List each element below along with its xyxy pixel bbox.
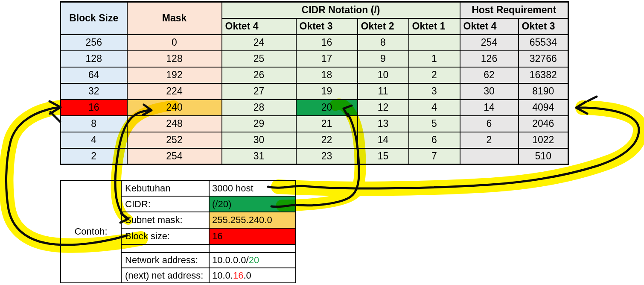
cell: 30	[222, 132, 296, 148]
cell: 8	[358, 35, 409, 51]
header-row: Block Size Mask CIDR Notation (/) Host R…	[61, 2, 568, 18]
cell: 5	[409, 116, 460, 132]
cell: 0	[127, 35, 222, 51]
header-host-group: Host Requirement	[460, 2, 568, 18]
field-value: (/20)	[209, 196, 296, 212]
table-row: 6419226181026216382	[61, 67, 568, 83]
value-part: 20	[249, 255, 259, 265]
cell	[409, 35, 460, 51]
header-cidr-group: CIDR Notation (/)	[222, 2, 460, 18]
cell: 17	[296, 51, 358, 67]
field-value: 10.0.16.0	[209, 268, 296, 283]
table-row: 25602416825465534	[61, 35, 568, 51]
value-part: 10.0.	[212, 270, 233, 281]
cell: 2	[460, 132, 519, 148]
table-row: 22543123157510	[61, 148, 568, 165]
cell: 64	[61, 67, 127, 83]
cell: 16	[61, 100, 127, 116]
cell: 510	[519, 148, 568, 165]
cell: 192	[127, 67, 222, 83]
cell: 20	[296, 100, 358, 116]
column-header: Oktet 4	[460, 18, 519, 35]
cell: 254	[127, 148, 222, 165]
cell: 128	[127, 51, 222, 67]
arrowhead-into-16	[50, 101, 61, 114]
cell: 2	[61, 148, 127, 165]
cell: 31	[222, 148, 296, 165]
cell: 28	[222, 100, 296, 116]
column-header: Oktet 1	[409, 18, 460, 35]
cell: 9	[358, 51, 409, 67]
cell: 26	[222, 67, 296, 83]
cell: 2046	[519, 116, 568, 132]
arrow-tick-16	[50, 112, 60, 122]
cell: 13	[358, 116, 409, 132]
table-row: 12812825179112632766	[61, 51, 568, 67]
field-label: (next) net address:	[121, 268, 209, 283]
cell: 24	[222, 35, 296, 51]
cell: 32	[61, 83, 127, 100]
cell: 128	[61, 51, 127, 67]
arrowhead-into-4094	[576, 102, 587, 114]
cell: 7	[409, 148, 460, 165]
cell: 4	[409, 100, 460, 116]
cell: 240	[127, 100, 222, 116]
cell: 15	[358, 148, 409, 165]
example-table: Contoh:Kebutuhan3000 hostCIDR:(/20)Subne…	[60, 180, 296, 283]
cell: 12	[358, 100, 409, 116]
arrow-tick-4094	[588, 97, 597, 101]
cell: 65534	[519, 35, 568, 51]
cell: 8190	[519, 83, 568, 100]
cell: 256	[61, 35, 127, 51]
field-label	[121, 244, 209, 253]
cell: 6	[409, 132, 460, 148]
field-value: 16	[209, 228, 296, 244]
cell: 29	[222, 116, 296, 132]
field-label: Subnet mask:	[121, 212, 209, 228]
table-row: 4252302214621022	[61, 132, 568, 148]
cell: 126	[460, 51, 519, 67]
field-value	[209, 244, 296, 253]
cell: 4094	[519, 100, 568, 116]
cell: 6	[460, 116, 519, 132]
cell: 252	[127, 132, 222, 148]
cell: 4	[61, 132, 127, 148]
cell: 248	[127, 116, 222, 132]
cell: 32766	[519, 51, 568, 67]
example-caption: Contoh:	[61, 180, 121, 283]
header-block-size: Block Size	[61, 2, 127, 35]
cell: 14	[460, 100, 519, 116]
table-row: 8248292113562046	[61, 116, 568, 132]
header-mask: Mask	[127, 2, 222, 35]
field-value: 10.0.0.0/20	[209, 253, 296, 268]
cell: 1022	[519, 132, 568, 148]
cell: 224	[127, 83, 222, 100]
cell: 10	[358, 67, 409, 83]
cell: 19	[296, 83, 358, 100]
value-part: 10.0.0.0/	[212, 255, 249, 265]
subnetting-cheatsheet: Block Size Mask CIDR Notation (/) Host R…	[0, 0, 644, 285]
field-label: CIDR:	[121, 196, 209, 212]
cell: 8	[61, 116, 127, 132]
cell: 16382	[519, 67, 568, 83]
cell: 25	[222, 51, 296, 67]
cell: 27	[222, 83, 296, 100]
example-row: Contoh:Kebutuhan3000 host	[61, 180, 296, 196]
cell	[460, 148, 519, 165]
table-row: 322242719113308190	[61, 83, 568, 100]
column-header: Oktet 2	[358, 18, 409, 35]
table-row: 162402820124144094	[61, 100, 568, 116]
cell: 30	[460, 83, 519, 100]
cell: 16	[296, 35, 358, 51]
cell: 254	[460, 35, 519, 51]
field-value: 3000 host	[209, 180, 296, 196]
field-label: Network address:	[121, 253, 209, 268]
field-value: 255.255.240.0	[209, 212, 296, 228]
column-header: Oktet 4	[222, 18, 296, 35]
field-label: Block size:	[121, 228, 209, 244]
cell: 3	[409, 83, 460, 100]
value-part: .0	[243, 270, 251, 281]
cell: 11	[358, 83, 409, 100]
cidr-reference-table: Block Size Mask CIDR Notation (/) Host R…	[60, 1, 569, 165]
cell: 21	[296, 116, 358, 132]
